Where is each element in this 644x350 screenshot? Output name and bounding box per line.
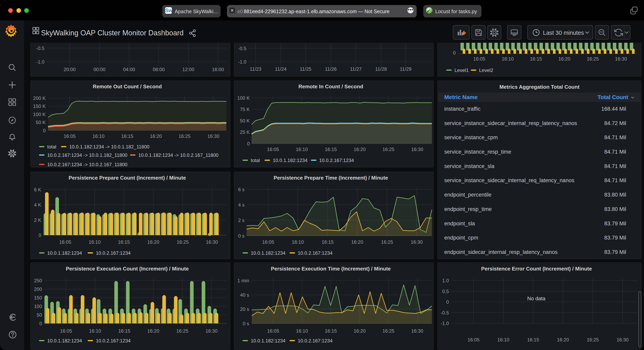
svg-text:16:10: 16:10 (89, 328, 101, 334)
svg-text:16:20: 16:20 (557, 337, 569, 343)
svg-text:Remote Out Count / Second: Remote Out Count / Second (93, 83, 162, 90)
svg-text:16:05: 16:05 (468, 337, 480, 343)
svg-text:16:10: 16:10 (89, 239, 101, 245)
svg-text:08:00: 08:00 (153, 67, 165, 72)
svg-text:0: 0 (453, 50, 456, 55)
svg-text:16:30: 16:30 (411, 239, 423, 245)
svg-text:16:10: 16:10 (296, 328, 308, 334)
svg-text:16:05: 16:05 (267, 147, 279, 152)
svg-text:16:20: 16:20 (354, 328, 366, 334)
svg-text:-0.5: -0.5 (36, 45, 44, 51)
svg-text:10.0.2.167:1234: 10.0.2.167:1234 (298, 250, 332, 256)
svg-text:1.0: 1.0 (442, 278, 449, 283)
svg-text:04:00: 04:00 (123, 67, 135, 72)
svg-text:16:15: 16:15 (118, 239, 130, 245)
svg-text:Persistence Error Count (Incre: Persistence Error Count (Increment) / Mi… (481, 266, 592, 272)
svg-text:16:30: 16:30 (615, 56, 627, 61)
svg-text:11/26: 11/26 (325, 66, 336, 72)
svg-text:100 K: 100 K (33, 112, 46, 117)
svg-text:Level1: Level1 (454, 67, 469, 73)
svg-text:16:15: 16:15 (325, 328, 337, 334)
svg-text:16:15: 16:15 (118, 328, 130, 334)
svg-text:12:00: 12:00 (182, 67, 194, 72)
svg-text:100: 100 (34, 304, 42, 309)
svg-text:16:10: 16:10 (292, 239, 304, 245)
svg-text:16:10: 16:10 (502, 56, 514, 61)
svg-text:16:25: 16:25 (382, 328, 394, 334)
svg-text:-1.0: -1.0 (36, 59, 44, 64)
svg-text:0: 0 (43, 128, 46, 133)
svg-text:200: 200 (34, 287, 42, 292)
svg-text:0.5: 0.5 (442, 289, 449, 294)
svg-text:16:05: 16:05 (473, 56, 485, 61)
svg-text:Remote In Count / Second: Remote In Count / Second (298, 83, 363, 90)
svg-text:250: 250 (34, 278, 42, 283)
svg-text:40 s: 40 s (240, 292, 249, 298)
svg-text:20 s: 20 s (240, 307, 249, 312)
svg-text:16:25: 16:25 (177, 239, 189, 245)
svg-text:00:00: 00:00 (94, 67, 106, 72)
svg-text:16:15: 16:15 (121, 134, 133, 139)
svg-text:10.0.2.167:1234: 10.0.2.167:1234 (96, 338, 131, 344)
svg-text:200 K: 200 K (33, 96, 46, 101)
svg-text:10.0.1.182:1234: 10.0.1.182:1234 (273, 158, 308, 163)
svg-text:16:05: 16:05 (60, 328, 72, 334)
svg-text:10.0.1.182:1234: 10.0.1.182:1234 (47, 338, 82, 344)
svg-text:11/24: 11/24 (275, 66, 286, 72)
svg-text:total: total (47, 144, 56, 150)
svg-text:16:25: 16:25 (178, 134, 190, 139)
svg-text:50 K: 50 K (240, 118, 250, 124)
svg-text:10.0.2.167:1234: 10.0.2.167:1234 (298, 338, 332, 344)
svg-text:16:15: 16:15 (527, 337, 539, 343)
svg-text:16:25: 16:25 (382, 147, 394, 152)
svg-text:16:15: 16:15 (530, 56, 542, 61)
svg-text:2 s: 2 s (238, 217, 244, 223)
svg-text:16:30: 16:30 (616, 337, 628, 343)
svg-text:10.0.1.182:1234: 10.0.1.182:1234 (251, 250, 286, 256)
svg-text:No data: No data (527, 296, 546, 302)
svg-text:16:00: 16:00 (212, 67, 224, 72)
svg-text:10.0.1.182:1234: 10.0.1.182:1234 (251, 338, 286, 344)
svg-text:16:20: 16:20 (351, 239, 363, 245)
svg-text:4 K: 4 K (34, 202, 41, 207)
svg-text:75 K: 75 K (240, 107, 250, 112)
svg-text:150 K: 150 K (33, 104, 46, 109)
svg-text:0 s: 0 s (238, 233, 244, 238)
svg-text:16:05: 16:05 (262, 239, 274, 245)
svg-text:1 min: 1 min (237, 278, 249, 283)
svg-text:Persistence Prepare Count (Inc: Persistence Prepare Count (Increment) / … (69, 175, 186, 181)
svg-text:10.0.2.167:1234: 10.0.2.167:1234 (319, 158, 354, 163)
svg-text:16:30: 16:30 (411, 147, 423, 152)
svg-text:0: 0 (38, 232, 41, 238)
svg-text:16:20: 16:20 (354, 147, 366, 152)
svg-text:16:25: 16:25 (381, 239, 393, 245)
svg-text:Persistence Prepare Time (Incr: Persistence Prepare Time (Increment) / M… (274, 175, 388, 181)
svg-text:16:25: 16:25 (587, 337, 599, 343)
svg-text:16:10: 16:10 (497, 337, 509, 343)
svg-text:16:25: 16:25 (176, 328, 188, 334)
svg-text:Persistence Execution Count (I: Persistence Execution Count (Increment) … (66, 266, 189, 272)
svg-text:16:30: 16:30 (411, 328, 423, 334)
svg-text:50 K: 50 K (36, 120, 46, 125)
svg-text:16:05: 16:05 (267, 328, 279, 334)
svg-text:11/23: 11/23 (250, 66, 261, 72)
svg-text:-1.0: -1.0 (238, 59, 246, 64)
svg-text:16:20: 16:20 (558, 56, 570, 61)
svg-text:10.0.1.182:1234 -> 10.0.2.167_: 10.0.1.182:1234 -> 10.0.2.167_11800 (138, 153, 218, 158)
svg-text:total: total (251, 158, 260, 163)
svg-text:150: 150 (34, 295, 42, 301)
svg-text:6 s: 6 s (238, 187, 244, 192)
svg-text:10.0.1.182:1234: 10.0.1.182:1234 (47, 250, 82, 256)
svg-text:11/29: 11/29 (400, 66, 412, 72)
svg-text:11/28: 11/28 (375, 66, 387, 72)
svg-text:2 K: 2 K (34, 217, 41, 223)
svg-text:10.0.1.182:1234 -> 10.0.1.182_: 10.0.1.182:1234 -> 10.0.1.182_11800 (69, 144, 150, 150)
svg-text:16:05: 16:05 (64, 134, 76, 139)
svg-text:16:15: 16:15 (322, 239, 334, 245)
svg-text:25 K: 25 K (240, 130, 250, 135)
svg-text:50: 50 (36, 312, 42, 318)
svg-text:16:15: 16:15 (325, 147, 337, 152)
svg-text:11/27: 11/27 (350, 66, 362, 72)
svg-text:6 K: 6 K (34, 187, 41, 192)
svg-text:Persistence Execution Time (In: Persistence Execution Time (Increment) /… (271, 266, 391, 272)
